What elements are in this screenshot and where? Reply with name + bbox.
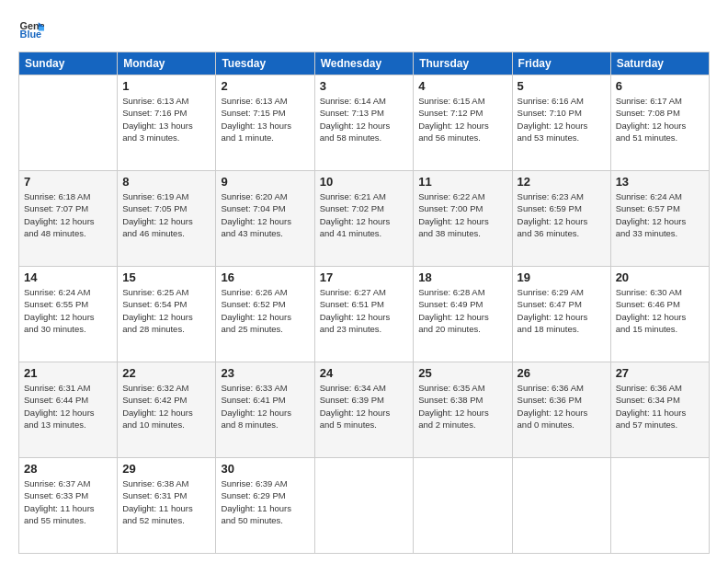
day-info: Sunrise: 6:33 AM Sunset: 6:41 PM Dayligh…	[221, 382, 309, 431]
day-info: Sunrise: 6:15 AM Sunset: 7:12 PM Dayligh…	[418, 95, 506, 144]
calendar-cell: 9Sunrise: 6:20 AM Sunset: 7:04 PM Daylig…	[216, 171, 314, 267]
day-number: 9	[221, 175, 309, 189]
calendar-header-sunday: Sunday	[19, 52, 118, 75]
day-info: Sunrise: 6:38 AM Sunset: 6:31 PM Dayligh…	[122, 477, 210, 526]
calendar-cell: 13Sunrise: 6:24 AM Sunset: 6:57 PM Dayli…	[610, 171, 709, 267]
day-number: 20	[616, 270, 704, 284]
calendar-header-thursday: Thursday	[414, 52, 512, 75]
day-info: Sunrise: 6:13 AM Sunset: 7:15 PM Dayligh…	[221, 95, 309, 144]
day-number: 2	[221, 79, 309, 93]
day-info: Sunrise: 6:28 AM Sunset: 6:49 PM Dayligh…	[418, 286, 506, 335]
day-number: 11	[418, 175, 506, 189]
calendar-cell: 1Sunrise: 6:13 AM Sunset: 7:16 PM Daylig…	[118, 75, 216, 171]
calendar-cell: 30Sunrise: 6:39 AM Sunset: 6:29 PM Dayli…	[216, 458, 314, 554]
calendar-cell: 20Sunrise: 6:30 AM Sunset: 6:46 PM Dayli…	[610, 267, 709, 362]
day-info: Sunrise: 6:37 AM Sunset: 6:33 PM Dayligh…	[24, 477, 112, 526]
day-info: Sunrise: 6:36 AM Sunset: 6:36 PM Dayligh…	[518, 382, 606, 431]
day-number: 26	[518, 366, 606, 380]
day-number: 14	[24, 270, 112, 284]
day-number: 6	[616, 79, 704, 93]
calendar-header-tuesday: Tuesday	[216, 52, 314, 75]
calendar-cell: 15Sunrise: 6:25 AM Sunset: 6:54 PM Dayli…	[118, 267, 216, 362]
day-number: 17	[320, 270, 409, 284]
day-info: Sunrise: 6:17 AM Sunset: 7:08 PM Dayligh…	[616, 95, 704, 144]
day-info: Sunrise: 6:13 AM Sunset: 7:16 PM Dayligh…	[122, 95, 210, 144]
day-info: Sunrise: 6:31 AM Sunset: 6:44 PM Dayligh…	[24, 382, 112, 431]
calendar-cell: 18Sunrise: 6:28 AM Sunset: 6:49 PM Dayli…	[414, 267, 512, 362]
day-info: Sunrise: 6:19 AM Sunset: 7:05 PM Dayligh…	[122, 190, 210, 239]
svg-text:Blue: Blue	[20, 29, 42, 40]
day-info: Sunrise: 6:21 AM Sunset: 7:02 PM Dayligh…	[320, 190, 409, 239]
day-info: Sunrise: 6:22 AM Sunset: 7:00 PM Dayligh…	[418, 190, 506, 239]
calendar-header-monday: Monday	[118, 52, 216, 75]
calendar-cell	[610, 458, 709, 554]
calendar-week-2: 7Sunrise: 6:18 AM Sunset: 7:07 PM Daylig…	[19, 171, 710, 267]
calendar-cell: 19Sunrise: 6:29 AM Sunset: 6:47 PM Dayli…	[512, 267, 610, 362]
calendar-cell: 2Sunrise: 6:13 AM Sunset: 7:15 PM Daylig…	[216, 75, 314, 171]
day-number: 29	[122, 462, 210, 476]
calendar-cell: 4Sunrise: 6:15 AM Sunset: 7:12 PM Daylig…	[414, 75, 512, 171]
day-number: 5	[518, 79, 606, 93]
day-number: 8	[122, 175, 210, 189]
svg-marker-3	[39, 27, 44, 31]
day-number: 18	[418, 270, 506, 284]
day-info: Sunrise: 6:23 AM Sunset: 6:59 PM Dayligh…	[518, 190, 606, 239]
day-number: 28	[24, 462, 112, 476]
calendar-cell: 8Sunrise: 6:19 AM Sunset: 7:05 PM Daylig…	[118, 171, 216, 267]
day-info: Sunrise: 6:39 AM Sunset: 6:29 PM Dayligh…	[221, 477, 309, 526]
calendar-header-row: SundayMondayTuesdayWednesdayThursdayFrid…	[19, 52, 710, 75]
day-number: 23	[221, 366, 309, 380]
day-info: Sunrise: 6:14 AM Sunset: 7:13 PM Dayligh…	[320, 95, 409, 144]
calendar-cell: 17Sunrise: 6:27 AM Sunset: 6:51 PM Dayli…	[314, 267, 414, 362]
calendar-cell: 22Sunrise: 6:32 AM Sunset: 6:42 PM Dayli…	[118, 362, 216, 458]
day-number: 7	[24, 175, 112, 189]
calendar-cell: 27Sunrise: 6:36 AM Sunset: 6:34 PM Dayli…	[610, 362, 709, 458]
calendar-cell: 6Sunrise: 6:17 AM Sunset: 7:08 PM Daylig…	[610, 75, 709, 171]
logo: General Blue	[18, 17, 48, 42]
day-number: 12	[518, 175, 606, 189]
day-number: 16	[221, 270, 309, 284]
day-number: 24	[320, 366, 409, 380]
day-info: Sunrise: 6:29 AM Sunset: 6:47 PM Dayligh…	[518, 286, 606, 335]
calendar-week-4: 21Sunrise: 6:31 AM Sunset: 6:44 PM Dayli…	[19, 362, 710, 458]
day-number: 1	[122, 79, 210, 93]
day-info: Sunrise: 6:32 AM Sunset: 6:42 PM Dayligh…	[122, 382, 210, 431]
calendar-header-friday: Friday	[512, 52, 610, 75]
calendar-cell: 23Sunrise: 6:33 AM Sunset: 6:41 PM Dayli…	[216, 362, 314, 458]
day-number: 15	[122, 270, 210, 284]
calendar-cell: 21Sunrise: 6:31 AM Sunset: 6:44 PM Dayli…	[19, 362, 118, 458]
calendar-cell: 7Sunrise: 6:18 AM Sunset: 7:07 PM Daylig…	[19, 171, 118, 267]
calendar-cell: 10Sunrise: 6:21 AM Sunset: 7:02 PM Dayli…	[314, 171, 414, 267]
day-number: 3	[320, 79, 409, 93]
calendar-cell	[414, 458, 512, 554]
calendar-cell: 11Sunrise: 6:22 AM Sunset: 7:00 PM Dayli…	[414, 171, 512, 267]
calendar-header-saturday: Saturday	[610, 52, 709, 75]
calendar-cell: 28Sunrise: 6:37 AM Sunset: 6:33 PM Dayli…	[19, 458, 118, 554]
day-number: 4	[418, 79, 506, 93]
calendar-cell: 25Sunrise: 6:35 AM Sunset: 6:38 PM Dayli…	[414, 362, 512, 458]
day-number: 30	[221, 462, 309, 476]
calendar-week-3: 14Sunrise: 6:24 AM Sunset: 6:55 PM Dayli…	[19, 267, 710, 362]
day-info: Sunrise: 6:34 AM Sunset: 6:39 PM Dayligh…	[320, 382, 409, 431]
day-number: 21	[24, 366, 112, 380]
calendar-cell: 14Sunrise: 6:24 AM Sunset: 6:55 PM Dayli…	[19, 267, 118, 362]
day-number: 19	[518, 270, 606, 284]
day-number: 10	[320, 175, 409, 189]
calendar-cell: 26Sunrise: 6:36 AM Sunset: 6:36 PM Dayli…	[512, 362, 610, 458]
day-info: Sunrise: 6:16 AM Sunset: 7:10 PM Dayligh…	[518, 95, 606, 144]
header: General Blue	[18, 17, 710, 42]
day-info: Sunrise: 6:20 AM Sunset: 7:04 PM Dayligh…	[221, 190, 309, 239]
calendar-cell	[512, 458, 610, 554]
day-number: 25	[418, 366, 506, 380]
day-number: 13	[616, 175, 704, 189]
page: General Blue SundayMondayTuesdayWednesda…	[0, 0, 728, 563]
calendar-cell: 24Sunrise: 6:34 AM Sunset: 6:39 PM Dayli…	[314, 362, 414, 458]
calendar-cell	[19, 75, 118, 171]
calendar-week-1: 1Sunrise: 6:13 AM Sunset: 7:16 PM Daylig…	[19, 75, 710, 171]
calendar-header-wednesday: Wednesday	[314, 52, 414, 75]
calendar-cell: 3Sunrise: 6:14 AM Sunset: 7:13 PM Daylig…	[314, 75, 414, 171]
calendar-cell: 29Sunrise: 6:38 AM Sunset: 6:31 PM Dayli…	[118, 458, 216, 554]
day-number: 27	[616, 366, 704, 380]
day-info: Sunrise: 6:25 AM Sunset: 6:54 PM Dayligh…	[122, 286, 210, 335]
day-info: Sunrise: 6:24 AM Sunset: 6:55 PM Dayligh…	[24, 286, 112, 335]
